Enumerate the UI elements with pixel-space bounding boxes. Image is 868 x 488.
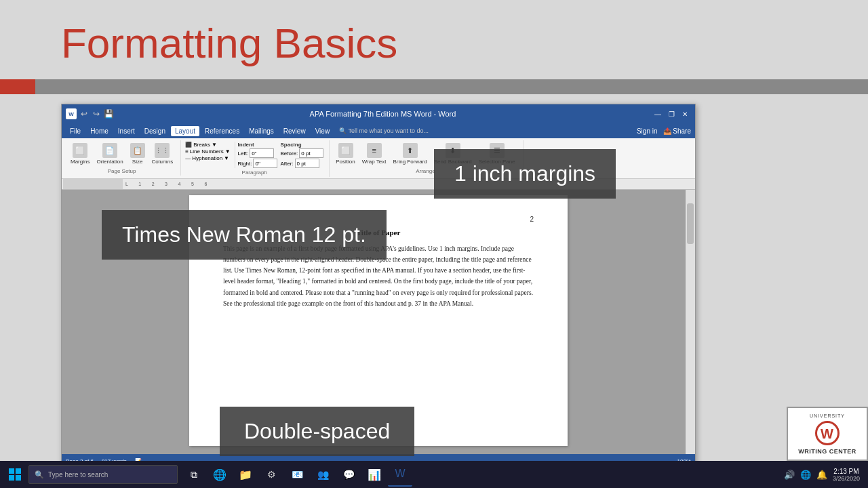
speaker-icon[interactable]: 🔊 bbox=[784, 470, 795, 480]
accent-bar bbox=[0, 79, 868, 94]
breaks-arrow: ▼ bbox=[212, 142, 217, 148]
margins-button[interactable]: ⬜ Margins bbox=[68, 142, 92, 166]
spacing-after-input[interactable] bbox=[295, 159, 319, 168]
menu-home[interactable]: Home bbox=[86, 126, 113, 136]
restore-button[interactable]: ❐ bbox=[665, 108, 677, 119]
svg-rect-2 bbox=[16, 468, 21, 474]
word-icon: W bbox=[66, 108, 77, 119]
breaks-button[interactable]: ⬛ Breaks ▼ bbox=[185, 142, 230, 148]
position-button[interactable]: ⬜ Position bbox=[334, 142, 357, 166]
save-button[interactable]: 💾 bbox=[104, 109, 114, 119]
svg-rect-4 bbox=[16, 475, 21, 481]
indent-left-label: Left: bbox=[238, 150, 249, 157]
hyphenation-label: Hyphenation bbox=[192, 155, 222, 161]
orientation-button[interactable]: 📄 Orientation bbox=[94, 142, 125, 166]
size-icon: 📋 bbox=[130, 143, 145, 158]
start-button[interactable] bbox=[3, 462, 27, 487]
network-icon[interactable]: 🌐 bbox=[800, 470, 811, 480]
search-bar[interactable]: 🔍 Type here to search bbox=[28, 465, 178, 484]
menu-layout[interactable]: Layout bbox=[171, 126, 199, 136]
undo-button[interactable]: ↩ bbox=[81, 109, 87, 119]
page-setup-content: ⬜ Margins 📄 Orientation 📋 Size ⋮⋮ bbox=[68, 142, 175, 166]
ribbon-paragraph: ⬛ Breaks ▼ ≡ Line Numbers ▼ — bbox=[182, 140, 330, 177]
callout-font-text: Times New Roman 12 pt. bbox=[122, 222, 366, 247]
doc-scrollbar[interactable] bbox=[686, 190, 695, 454]
indent-left-row: Left: bbox=[238, 148, 278, 158]
accent-red bbox=[0, 79, 35, 94]
menu-file[interactable]: File bbox=[66, 126, 85, 136]
search-bar-placeholder: Type here to search bbox=[48, 471, 108, 479]
bring-forward-label: Bring Forward bbox=[393, 159, 427, 165]
size-button[interactable]: 📋 Size bbox=[128, 142, 147, 166]
menu-references[interactable]: References bbox=[201, 126, 243, 136]
tell-me-box[interactable]: 🔍 Tell me what you want to do... bbox=[339, 127, 635, 134]
spacing-before-input[interactable] bbox=[299, 148, 323, 158]
wc-university-text: UNIVERSITY bbox=[810, 413, 845, 418]
powerpoint-button[interactable]: 📊 bbox=[362, 462, 387, 487]
margins-icon: ⬜ bbox=[73, 143, 87, 158]
close-button[interactable]: ✕ bbox=[679, 108, 691, 119]
taskbar-time: 2:13 PM bbox=[833, 468, 860, 475]
page-title: Formatting Basics bbox=[61, 19, 868, 67]
indent-right-row: Right: bbox=[238, 159, 278, 168]
bring-forward-button[interactable]: ⬆ Bring Forward bbox=[391, 142, 429, 166]
spacing-before-row: Before: bbox=[280, 148, 323, 158]
settings-button[interactable]: ⚙ bbox=[259, 462, 283, 487]
wc-monogram: W bbox=[815, 421, 840, 445]
columns-button[interactable]: ⋮⋮ Columns bbox=[150, 142, 176, 166]
ruler-left-margin bbox=[63, 179, 123, 189]
task-view-button[interactable]: ⧉ bbox=[182, 462, 206, 487]
word-app-button[interactable]: W bbox=[388, 462, 412, 487]
line-numbers-icon: ≡ bbox=[185, 148, 189, 155]
columns-icon: ⋮⋮ bbox=[155, 143, 170, 158]
menu-insert[interactable]: Insert bbox=[114, 126, 139, 136]
breaks-section: ⬛ Breaks ▼ ≡ Line Numbers ▼ — bbox=[185, 142, 235, 168]
wrap-text-button[interactable]: ≡ Wrap Text bbox=[360, 142, 389, 166]
menu-view[interactable]: View bbox=[311, 126, 334, 136]
teams-button[interactable]: 👥 bbox=[311, 462, 335, 487]
size-label: Size bbox=[132, 159, 143, 165]
indent-spacing-row: ⬛ Breaks ▼ ≡ Line Numbers ▼ — bbox=[185, 142, 323, 168]
svg-rect-3 bbox=[9, 475, 14, 481]
callout-margins-text: 1 inch margins bbox=[454, 161, 595, 186]
ribbon-page-setup: ⬜ Margins 📄 Orientation 📋 Size ⋮⋮ bbox=[66, 140, 181, 176]
windows-icon bbox=[8, 468, 22, 481]
svg-rect-1 bbox=[9, 468, 14, 474]
menu-mailings[interactable]: Mailings bbox=[245, 126, 278, 136]
hyphenation-button[interactable]: — Hyphenation ▼ bbox=[185, 155, 230, 161]
line-numbers-arrow: ▼ bbox=[225, 148, 231, 155]
edge-browser-button[interactable]: 🌐 bbox=[208, 462, 232, 487]
redo-button[interactable]: ↪ bbox=[93, 109, 100, 119]
menu-review[interactable]: Review bbox=[279, 126, 310, 136]
indent-right-label: Right: bbox=[238, 161, 252, 167]
taskbar-clock[interactable]: 2:13 PM 3/26/2020 bbox=[833, 468, 860, 482]
spacing-after-label: After: bbox=[280, 161, 293, 167]
outlook-button[interactable]: 📧 bbox=[285, 462, 309, 487]
notification-icon[interactable]: 🔔 bbox=[816, 470, 827, 480]
menu-bar: File Home Insert Design Layout Reference… bbox=[62, 123, 695, 138]
skype-button[interactable]: 💬 bbox=[336, 462, 361, 487]
title-bar-left: W ↩ ↪ 💾 bbox=[66, 108, 114, 119]
minimize-button[interactable]: — bbox=[652, 108, 664, 119]
indent-left-input[interactable] bbox=[250, 148, 274, 158]
accent-gray bbox=[35, 79, 868, 94]
line-numbers-button[interactable]: ≡ Line Numbers ▼ bbox=[185, 148, 230, 155]
columns-label: Columns bbox=[152, 159, 174, 165]
indent-right-input[interactable] bbox=[253, 159, 277, 168]
breaks-icon: ⬛ bbox=[185, 142, 192, 148]
file-explorer-button[interactable]: 📁 bbox=[233, 462, 258, 487]
window-controls: — ❐ ✕ bbox=[652, 108, 691, 119]
menu-design[interactable]: Design bbox=[140, 126, 170, 136]
wc-name-text: WRITING CENTER bbox=[798, 448, 856, 455]
window-title: APA Formatting 7th Edition MS Word - Wor… bbox=[114, 110, 652, 118]
breaks-label: Breaks bbox=[193, 142, 210, 148]
hyphenation-arrow: ▼ bbox=[224, 155, 229, 161]
spacing-group: Spacing Before: After: bbox=[280, 142, 323, 168]
position-icon: ⬜ bbox=[338, 143, 353, 158]
svg-text:W: W bbox=[821, 426, 833, 441]
spacing-before-label: Before: bbox=[280, 150, 298, 157]
sign-in-button[interactable]: Sign in bbox=[637, 127, 658, 135]
callout-spacing: Double-spaced bbox=[220, 407, 414, 456]
paragraph-label: Paragraph bbox=[185, 168, 323, 176]
share-button[interactable]: 📤 Share bbox=[663, 127, 691, 135]
